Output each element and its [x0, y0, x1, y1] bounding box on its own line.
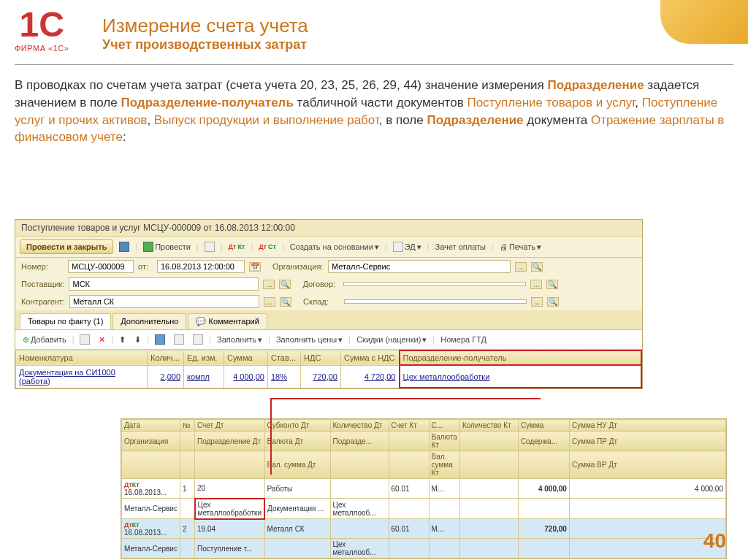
main-toolbar: Провести и закрыть | Провести | | ДтКт |…: [15, 237, 642, 258]
save-icon[interactable]: [116, 240, 132, 253]
col-sum[interactable]: Сумма: [224, 350, 268, 365]
ledger-row[interactable]: Металл-Сервис Поступление т... Цех метал…: [122, 539, 726, 559]
gtd-button[interactable]: Номера ГТД: [438, 334, 489, 345]
post-and-close-button[interactable]: Провести и закрыть: [20, 239, 113, 254]
page-number: 40: [703, 529, 726, 553]
logo: 1C ФИРМА «1С»: [15, 7, 69, 53]
logo-mark: 1C: [15, 7, 69, 42]
col-unit[interactable]: Ед. изм.: [184, 350, 224, 365]
ledger-row[interactable]: ДтКт 16.08.2013... 1 20 Работы 60.01 М..…: [122, 479, 726, 499]
org-input[interactable]: Металл-Сервис: [328, 260, 511, 273]
warehouse-label: Склад:: [303, 297, 340, 306]
date-label: от:: [138, 262, 153, 271]
items-grid: Номенклатура Колич... Ед. изм. Сумма Ста…: [15, 350, 642, 388]
app-window: Поступление товаров и услуг МСЦУ-000009 …: [15, 219, 643, 389]
title-main: Измерение счета учета: [102, 15, 308, 37]
supplier-input[interactable]: МСК: [69, 277, 259, 291]
warehouse-input[interactable]: [344, 299, 527, 304]
create-based-button[interactable]: Создать на основании ▾: [287, 241, 382, 253]
title-sub: Учет производственных затрат: [102, 37, 308, 53]
delete-icon[interactable]: ✕: [96, 334, 108, 346]
down-icon[interactable]: ⬇: [131, 334, 144, 346]
col-total[interactable]: Сумма с НДС: [341, 350, 400, 365]
form-tabs: Товары по факту (1) Дополнительно 💬 Комм…: [15, 310, 642, 330]
col-rate[interactable]: Став...: [268, 350, 301, 365]
fill-prices-button[interactable]: Заполнить цены ▾: [273, 334, 346, 346]
logo-sub: ФИРМА «1С»: [15, 44, 69, 53]
dtkt-icon[interactable]: ДтКт: [226, 242, 248, 252]
contract-input[interactable]: [343, 282, 526, 286]
col-qty[interactable]: Колич...: [148, 350, 184, 365]
add-button[interactable]: ⊕ Добавить: [20, 334, 69, 346]
slide-decoration: [660, 0, 748, 44]
print-button[interactable]: 🖨 Печать ▾: [497, 241, 544, 253]
tool3-icon[interactable]: [190, 333, 206, 346]
search-icon[interactable]: 🔍: [531, 262, 543, 272]
tool2-icon[interactable]: [171, 333, 187, 346]
copy-icon[interactable]: [77, 333, 93, 346]
dtkt2-icon[interactable]: ДтСт: [256, 242, 279, 252]
grid-toolbar: ⊕ Добавить | ✕ | ⬆ ⬇ | | Заполнить ▾ | З…: [15, 330, 642, 350]
calendar-icon[interactable]: 📅: [249, 262, 261, 272]
select-icon[interactable]: ...: [515, 262, 527, 272]
supplier-label: Поставщик:: [21, 280, 64, 288]
discounts-button[interactable]: Скидки (наценки) ▾: [354, 334, 430, 346]
counterparty-input[interactable]: Металл СК: [69, 295, 259, 308]
post-button[interactable]: Провести: [140, 240, 194, 253]
window-title: Поступление товаров и услуг МСЦУ-000009 …: [15, 220, 642, 237]
col-item[interactable]: Номенклатура: [16, 350, 148, 365]
fill-button[interactable]: Заполнить ▾: [214, 334, 265, 346]
col-vat[interactable]: НДС: [301, 350, 341, 365]
date-input[interactable]: 16.08.2013 12:00:00: [157, 260, 245, 273]
org-label: Организация:: [272, 262, 324, 271]
slide-text: В проводках по счетам учета затрат (счет…: [15, 77, 733, 146]
doc-icon[interactable]: [202, 240, 218, 253]
counterparty-label: Контрагент:: [21, 297, 65, 306]
ledger-row[interactable]: Металл-Сервис Цех металлообработки Докум…: [122, 499, 726, 519]
ed-button[interactable]: ЭД ▾: [390, 240, 424, 253]
num-label: Номер:: [21, 262, 64, 271]
offset-button[interactable]: Зачет оплаты: [432, 241, 489, 253]
callout-line: [270, 398, 570, 475]
num-input[interactable]: МСЦУ-000009: [68, 260, 134, 273]
col-dept[interactable]: Подразделение-получатель: [400, 350, 642, 365]
tab-comment[interactable]: 💬 Комментарий: [188, 313, 267, 329]
up-icon[interactable]: ⬆: [116, 334, 129, 346]
tab-additional[interactable]: Дополнительно: [112, 313, 186, 329]
ledger-row[interactable]: ДтКт 16.08.2013... 2 19.04 Металл СК 60.…: [122, 519, 726, 539]
divider: [15, 64, 733, 65]
table-row[interactable]: Документация на СИ1000 (работа) 2,000 ко…: [16, 365, 642, 388]
tab-items[interactable]: Товары по факту (1): [20, 313, 111, 329]
callout-line: [270, 398, 541, 399]
slide-title: Измерение счета учета Учет производствен…: [102, 15, 308, 53]
tool-icon[interactable]: [152, 333, 168, 346]
contract-label: Договор:: [302, 280, 339, 288]
